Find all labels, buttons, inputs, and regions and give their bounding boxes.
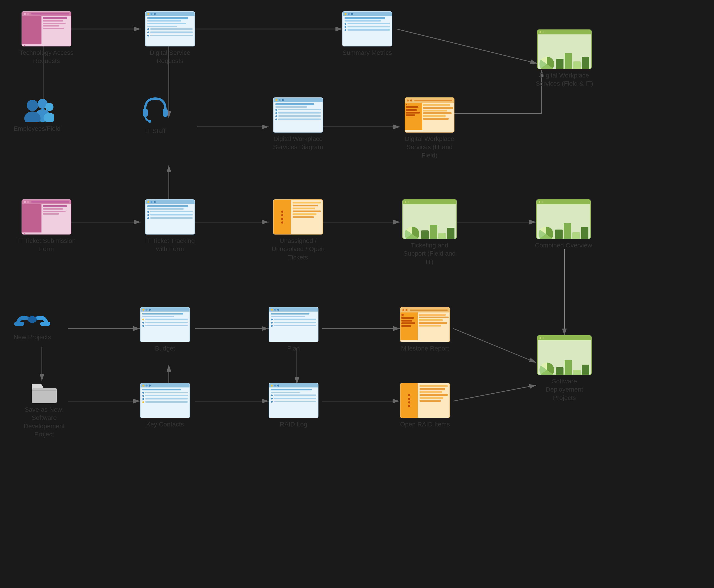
summary-metrics-label: Summary Metrics (343, 49, 392, 57)
unassigned-tickets-label: Unassigned / Unresolved / Open Tickets (269, 237, 328, 261)
open-raid-items-label: Open RAID Items (400, 420, 450, 428)
svg-rect-40 (14, 322, 24, 326)
key-contacts-card (140, 383, 190, 418)
ticketing-support-label: Ticketing and Support (Field and IT) (400, 241, 459, 266)
technology-access-node[interactable]: Technology Access Requests (17, 11, 76, 65)
dw-it-field-label: Digital Workplace Services (IT and Field… (400, 135, 459, 160)
milestone-report-card (400, 307, 450, 342)
employees-field-label: Employees/Field (14, 125, 61, 133)
digital-service-label: Digital Service Requests (141, 49, 200, 65)
software-deployment-card (537, 335, 592, 375)
people-icon (20, 98, 54, 122)
technology-access-card (22, 11, 72, 46)
ticketing-support-card (402, 200, 457, 239)
milestone-report-node[interactable]: Milestone Report (400, 307, 450, 353)
open-raid-items-card (400, 383, 450, 418)
it-ticket-tracking-card (145, 200, 195, 234)
unassigned-tickets-card (273, 200, 323, 234)
svg-line-29 (453, 385, 536, 401)
key-contacts-node[interactable]: Key Contacts (140, 383, 190, 428)
it-ticket-tracking-label: IT Ticket Tracking with Form (141, 237, 200, 253)
budget-card (140, 307, 190, 342)
it-ticket-submission-node[interactable]: IT Ticket Submission Form (17, 200, 76, 253)
plan-node[interactable]: Plan (269, 307, 319, 353)
it-staff-label: IT Staff (145, 127, 165, 135)
summary-metrics-card (342, 11, 392, 46)
dw-services-field-it-node[interactable]: Digital Workplace Services (Field & IT) (535, 29, 594, 88)
dw-it-field-card (405, 98, 454, 132)
technology-access-label: Technology Access Requests (17, 49, 76, 65)
raid-log-card (269, 383, 319, 418)
budget-node[interactable]: Budget (140, 307, 190, 353)
ticketing-support-node[interactable]: Ticketing and Support (Field and IT) (400, 200, 459, 266)
svg-point-39 (28, 316, 37, 323)
raid-log-node[interactable]: RAID Log (269, 383, 319, 428)
save-as-new-label: Save as New: Software Developement Proje… (15, 405, 74, 439)
headset-icon (141, 95, 170, 125)
combined-overview-node[interactable]: Combined Overview (535, 200, 592, 250)
dw-diagram-label: Digital Workplace Services Diagram (269, 135, 328, 151)
dw-it-field-node[interactable]: Digital Workplace Services (IT and Field… (400, 98, 459, 160)
new-projects-label: New Projects (14, 333, 51, 341)
plan-label: Plan (287, 344, 300, 353)
combined-overview-label: Combined Overview (535, 241, 592, 250)
employees-field-node[interactable]: Employees/Field (14, 98, 61, 133)
save-as-new-node[interactable]: Save as New: Software Developement Proje… (15, 383, 74, 439)
svg-line-4 (397, 29, 537, 63)
summary-metrics-node[interactable]: Summary Metrics (342, 11, 392, 57)
combined-overview-card (536, 200, 591, 239)
plan-card (269, 307, 319, 342)
it-ticket-submission-card (22, 200, 72, 234)
handshake-icon (14, 308, 50, 331)
key-contacts-label: Key Contacts (146, 420, 184, 428)
digital-service-card (145, 11, 195, 46)
svg-rect-43 (32, 390, 57, 391)
new-projects-node[interactable]: New Projects (14, 308, 51, 341)
it-ticket-tracking-node[interactable]: IT Ticket Tracking with Form (141, 200, 200, 253)
dw-diagram-node[interactable]: Digital Workplace Services Diagram (269, 98, 328, 151)
dw-services-field-it-label: Digital Workplace Services (Field & IT) (535, 71, 594, 88)
svg-rect-37 (163, 109, 168, 117)
dw-diagram-card (273, 98, 323, 132)
budget-label: Budget (155, 344, 175, 353)
software-deployment-label: Software Deployement Projects (535, 377, 594, 402)
arrows-layer (0, 0, 714, 588)
folder-icon (32, 383, 57, 403)
unassigned-tickets-node[interactable]: Unassigned / Unresolved / Open Tickets (269, 200, 328, 261)
main-canvas: Technology Access Requests (0, 0, 714, 588)
it-staff-node[interactable]: IT Staff (141, 95, 170, 135)
digital-service-node[interactable]: Digital Service Requests (141, 11, 200, 65)
svg-point-32 (27, 100, 38, 111)
svg-point-34 (45, 103, 54, 111)
software-deployment-node[interactable]: Software Deployement Projects (535, 335, 594, 402)
it-ticket-submission-label: IT Ticket Submission Form (17, 237, 76, 253)
svg-rect-41 (40, 322, 50, 326)
raid-log-label: RAID Log (280, 420, 307, 428)
dw-services-field-it-card (537, 29, 592, 69)
milestone-report-label: Milestone Report (401, 344, 449, 353)
svg-line-21 (453, 329, 536, 362)
svg-point-38 (148, 120, 151, 123)
open-raid-items-node[interactable]: Open RAID Items (400, 383, 450, 428)
